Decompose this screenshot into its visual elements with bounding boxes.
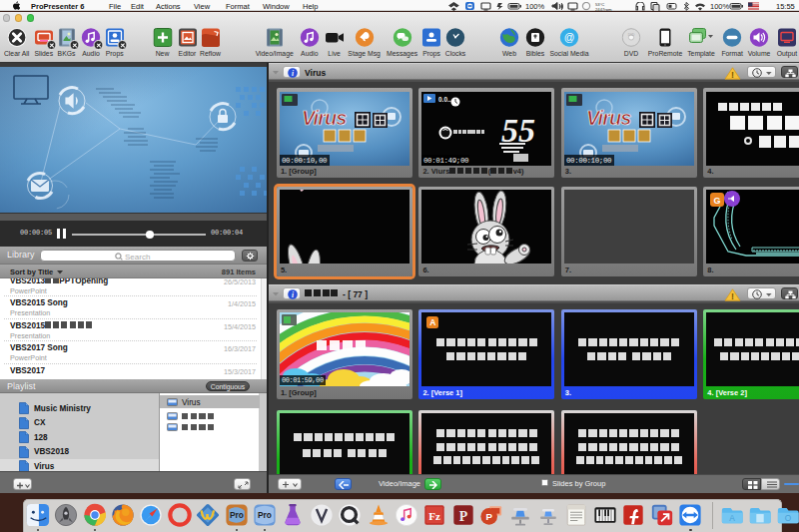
svg-text:P: P (458, 509, 467, 524)
svg-text:G: G (714, 196, 721, 206)
svg-text:00:00:10;00: 00:00:10;00 (566, 157, 612, 165)
svg-text:Virus: Virus (302, 107, 347, 129)
svg-text:@: @ (564, 31, 575, 43)
svg-text:A: A (729, 513, 735, 523)
svg-text:00:01:49;00: 00:01:49;00 (423, 157, 469, 165)
svg-text:Fz: Fz (428, 510, 440, 522)
svg-text:100%: 100% (525, 2, 545, 11)
svg-text:0.0...: 0.0... (438, 96, 453, 103)
svg-text:2447rpm: 2447rpm (595, 7, 612, 11)
svg-text:DVD: DVD (628, 33, 635, 37)
svg-text:100%: 100% (710, 2, 730, 11)
svg-text:Pro: Pro (258, 510, 272, 520)
svg-text:!: ! (731, 290, 734, 300)
svg-text:P: P (486, 511, 493, 522)
svg-text:!: ! (731, 69, 734, 79)
svg-text:Virus: Virus (586, 107, 631, 129)
svg-text:Pro: Pro (230, 510, 244, 520)
svg-text:O: O (785, 513, 792, 523)
svg-text:00:00:10,00: 00:00:10,00 (282, 157, 328, 165)
